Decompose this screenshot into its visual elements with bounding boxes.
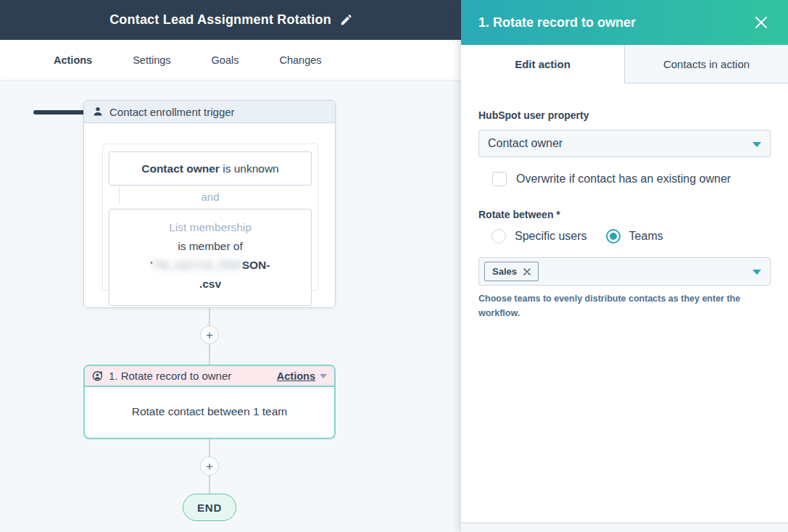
rotate-between-label: Rotate between * [478, 209, 771, 220]
action-card-header: 1. Rotate record to owner Actions [85, 366, 334, 387]
condition-value: is member of 'TM_032723_PERSON- [120, 237, 301, 275]
panel-title: 1. Rotate record to owner [478, 15, 752, 30]
condition-property: List membership [120, 218, 301, 237]
close-panel-button[interactable] [752, 13, 771, 32]
team-tag: Sales [484, 262, 539, 281]
action-card-title: 1. Rotate record to owner [109, 370, 272, 382]
plus-icon: + [206, 328, 213, 342]
actions-menu-button[interactable]: Actions [277, 370, 327, 382]
tab-settings[interactable]: Settings [133, 54, 170, 66]
add-action-button[interactable]: + [200, 457, 219, 475]
pencil-icon [340, 14, 352, 26]
user-property-select[interactable]: Contact owner [478, 130, 771, 157]
panel-footer [461, 523, 788, 532]
overwrite-owner-option[interactable]: Overwrite if contact has an existing own… [492, 172, 771, 186]
condition-list-membership[interactable]: List membership is member of 'TM_032723_… [109, 209, 312, 306]
tab-edit-action[interactable]: Edit action [461, 45, 624, 83]
condition-property: Contact owner [141, 162, 220, 175]
overwrite-label: Overwrite if contact has an existing own… [516, 173, 731, 186]
remove-team-button[interactable] [523, 268, 531, 275]
trigger-card-header: Contact enrollment trigger [84, 101, 335, 123]
workflow-canvas: Contact Lead Assignment Rotation Actions… [0, 0, 461, 532]
caret-down-icon [752, 270, 761, 275]
teams-multiselect[interactable]: Sales [478, 257, 771, 286]
trigger-card-title: Contact enrollment trigger [109, 106, 235, 118]
option-teams[interactable]: Teams [606, 229, 663, 244]
trigger-conditions-group: Contact owner is unknown and List member… [102, 144, 318, 291]
user-property-label: HubSpot user property [478, 109, 771, 121]
add-action-button[interactable]: + [200, 325, 219, 344]
user-property-value: Contact owner [488, 137, 563, 150]
edit-title-button[interactable] [340, 14, 352, 26]
tab-contacts-in-action[interactable]: Contacts in action [624, 45, 788, 83]
option-specific-users[interactable]: Specific users [492, 229, 587, 244]
workflow-title: Contact Lead Assignment Rotation [109, 12, 331, 28]
condition-contact-owner[interactable]: Contact owner is unknown [109, 151, 312, 186]
condition-value-line2: .csv [120, 275, 301, 294]
team-tag-label: Sales [492, 266, 517, 277]
tab-changes[interactable]: Changes [279, 54, 321, 66]
action-card-summary: Rotate contact between 1 team [85, 387, 334, 418]
contact-person-icon [93, 107, 103, 117]
edit-action-panel: 1. Rotate record to owner Edit action Co… [461, 0, 788, 532]
enrollment-trigger-card[interactable]: Contact enrollment trigger Contact owner… [83, 100, 336, 308]
app-header: Contact Lead Assignment Rotation [0, 0, 461, 40]
close-icon [523, 268, 531, 275]
chevron-down-icon [320, 374, 327, 378]
teams-help-text: Choose teams to evenly distribute contac… [478, 291, 777, 320]
panel-header: 1. Rotate record to owner [461, 0, 788, 45]
radio-selected-icon[interactable] [606, 229, 621, 244]
rotate-user-icon [92, 370, 104, 382]
panel-form: HubSpot user property Contact owner Over… [461, 83, 788, 320]
plus-icon: + [206, 460, 213, 473]
rotate-between-options: Specific users Teams [492, 229, 771, 244]
tab-goals[interactable]: Goals [212, 54, 239, 66]
redacted-list-name: TM_032723_PER [153, 259, 242, 271]
overwrite-checkbox[interactable] [492, 172, 507, 186]
workflow-nav-tabs: Actions Settings Goals Changes [0, 40, 461, 80]
condition-operator-text: is unknown [220, 162, 279, 175]
radio-unselected-icon[interactable] [492, 229, 506, 244]
panel-tabs: Edit action Contacts in action [461, 45, 788, 83]
rotate-record-action-card[interactable]: 1. Rotate record to owner Actions Rotate… [83, 365, 336, 439]
caret-down-icon [752, 142, 761, 147]
workflow-end-marker: END [183, 494, 236, 521]
and-operator: and [109, 186, 312, 209]
close-icon [755, 16, 768, 29]
tab-actions[interactable]: Actions [54, 54, 92, 66]
